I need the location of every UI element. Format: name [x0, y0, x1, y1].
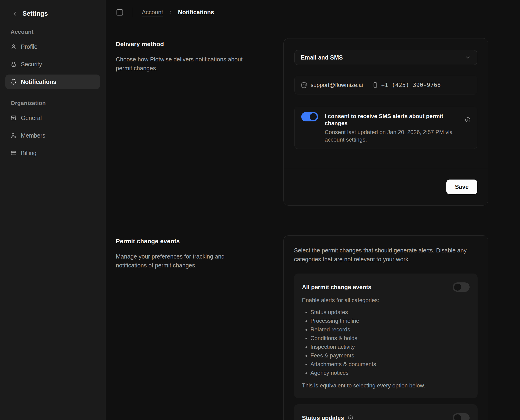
smartphone-icon: [372, 82, 378, 88]
section-label-account: Account: [11, 29, 100, 35]
category-item: Fees & payments: [310, 351, 470, 360]
permit-events-info: Permit change events Manage your prefere…: [116, 235, 261, 420]
category-item: Status updates: [310, 308, 470, 316]
status-updates-subcard: Status updates Notifies you when a permi…: [294, 404, 478, 420]
sidebar-item-label: Security: [21, 61, 42, 68]
consent-note: Consent last updated on Jan 20, 2026, 2:…: [325, 128, 470, 143]
settings-content: Delivery method Choose how Plotwise deli…: [106, 25, 520, 420]
category-item: Attachments & documents: [310, 360, 470, 368]
chevron-left-icon: [12, 11, 18, 17]
user-plus-icon: [11, 132, 17, 139]
delivery-card-footer: Save: [284, 169, 488, 205]
delivery-method-select[interactable]: Email and SMS: [294, 50, 477, 65]
sidebar-section-organization: Organization General Members Billing: [5, 100, 100, 160]
category-item: Conditions & holds: [310, 334, 470, 342]
status-updates-title-text: Status updates: [302, 415, 344, 420]
delivery-method-title: Delivery method: [116, 41, 261, 48]
at-sign-icon: [301, 82, 307, 88]
delivery-method-section: Delivery method Choose how Plotwise deli…: [106, 25, 520, 219]
category-item: Related records: [310, 325, 470, 334]
sidebar: Settings Account Profile Security Notifi…: [0, 0, 106, 420]
sms-consent-box: I consent to receive SMS alerts about pe…: [294, 107, 477, 149]
delivery-card-body: Email and SMS support@flowmize.ai +1 (42…: [284, 38, 488, 149]
sidebar-title: Settings: [23, 10, 48, 17]
all-events-note: This is equivalent to selecting every op…: [302, 382, 470, 389]
account-nav: Profile Security Notifications: [5, 39, 100, 89]
status-updates-toggle[interactable]: [453, 413, 470, 420]
consent-label-row: I consent to receive SMS alerts about pe…: [325, 113, 471, 127]
info-icon[interactable]: [465, 117, 471, 123]
sidebar-section-account: Account Profile Security Notifications: [5, 29, 100, 89]
topbar-divider: [133, 8, 133, 17]
category-item: Processing timeline: [310, 316, 470, 325]
category-list: Status updatesProcessing timelineRelated…: [302, 308, 470, 377]
user-icon: [11, 44, 17, 50]
sidebar-item-general[interactable]: General: [5, 111, 100, 125]
permit-change-events-section: Permit change events Manage your prefere…: [106, 219, 520, 420]
all-events-subtitle: Enable alerts for all categories:: [302, 297, 470, 304]
breadcrumb-current: Notifications: [178, 9, 214, 16]
sidebar-item-label: General: [21, 115, 42, 121]
sidebar-item-label: Notifications: [21, 79, 56, 85]
consent-label: I consent to receive SMS alerts about pe…: [325, 113, 461, 127]
panel-left-icon: [116, 8, 124, 16]
category-item: Inspection activity: [310, 342, 470, 351]
permit-events-intro: Select the permit changes that should ge…: [294, 246, 478, 264]
status-updates-head: Status updates: [302, 413, 470, 420]
sidebar-item-billing[interactable]: Billing: [5, 146, 100, 160]
all-events-subcard: All permit change events Enable alerts f…: [294, 274, 478, 398]
status-updates-title: Status updates: [302, 415, 353, 420]
breadcrumb-account-link[interactable]: Account: [142, 9, 163, 16]
breadcrumb: Account Notifications: [142, 9, 214, 16]
sidebar-item-profile[interactable]: Profile: [5, 39, 100, 54]
toggle-knob: [310, 113, 317, 120]
sidebar-item-label: Profile: [21, 43, 38, 50]
main-content: Account Notifications Delivery method Ch…: [106, 0, 520, 420]
sidebar-header: Settings: [5, 8, 100, 19]
organization-nav: General Members Billing: [5, 111, 100, 160]
lock-icon: [11, 61, 17, 67]
store-icon: [11, 115, 17, 121]
delivery-method-description: Choose how Plotwise delivers notificatio…: [116, 55, 256, 73]
all-events-head: All permit change events: [302, 282, 470, 292]
topbar: Account Notifications: [106, 0, 520, 25]
sms-consent-toggle[interactable]: [301, 112, 318, 121]
delivery-method-select-value: Email and SMS: [301, 54, 343, 61]
category-item: Agency notices: [310, 368, 470, 377]
settings-app: Settings Account Profile Security Notifi…: [0, 0, 520, 420]
all-events-toggle[interactable]: [453, 282, 470, 292]
contact-phone: +1 (425) 390-9768: [381, 82, 441, 88]
permit-events-title: Permit change events: [116, 238, 261, 245]
delivery-method-info: Delivery method Choose how Plotwise deli…: [116, 38, 261, 206]
sidebar-item-label: Members: [21, 132, 45, 139]
contact-info-row: support@flowmize.ai +1 (425) 390-9768: [294, 76, 477, 94]
chevron-right-icon: [168, 10, 173, 15]
permit-events-card: Select the permit changes that should ge…: [283, 235, 488, 420]
sidebar-item-label: Billing: [21, 150, 37, 157]
sidebar-item-members[interactable]: Members: [5, 128, 100, 143]
sidebar-item-notifications[interactable]: Notifications: [5, 75, 100, 89]
toggle-knob: [454, 284, 461, 291]
credit-card-icon: [11, 150, 17, 156]
chevron-down-icon: [465, 55, 471, 61]
section-label-organization: Organization: [11, 100, 100, 106]
sidebar-item-security[interactable]: Security: [5, 57, 100, 71]
delivery-method-card: Email and SMS support@flowmize.ai +1 (42…: [283, 38, 488, 206]
sidebar-toggle-button[interactable]: [116, 8, 124, 16]
bell-icon: [11, 79, 17, 85]
save-button[interactable]: Save: [446, 180, 477, 194]
back-button[interactable]: [12, 11, 18, 17]
consent-text: I consent to receive SMS alerts about pe…: [325, 112, 471, 143]
all-events-title: All permit change events: [302, 284, 371, 291]
contact-email: support@flowmize.ai: [311, 82, 363, 88]
toggle-knob: [454, 414, 461, 420]
info-icon[interactable]: [348, 415, 353, 420]
permit-events-description: Manage your preferences for tracking and…: [116, 252, 256, 270]
